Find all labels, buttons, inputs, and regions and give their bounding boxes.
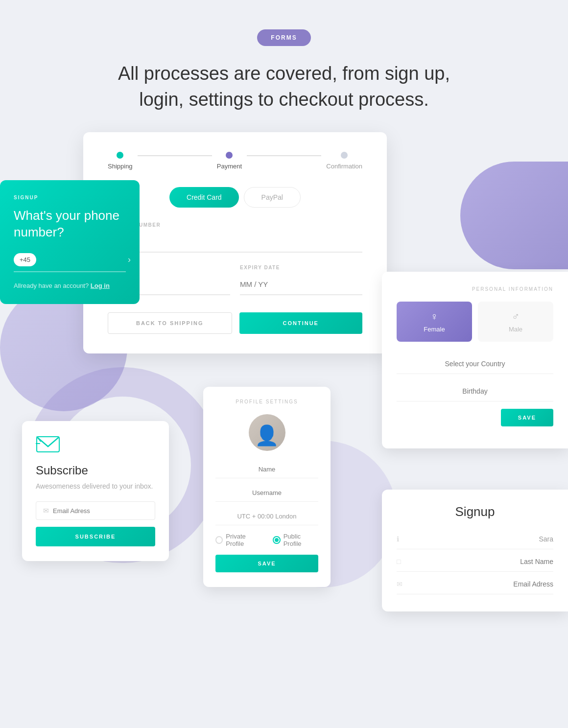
public-profile-option[interactable]: Public Profile [273,533,318,547]
checkout-action-buttons: BACK TO SHIPPING CONTINUE [108,312,362,334]
step-dot-shipping [117,152,123,159]
header-title: All processes are covered, from sign up,… [10,61,558,113]
subscribe-email-input[interactable] [53,507,148,515]
arrow-right-icon: › [128,255,131,265]
signup-section-label: SIGNUP [14,195,126,200]
step-label-payment: Payment [217,163,242,170]
tab-paypal[interactable]: PayPal [244,187,301,208]
profile-visibility-row: Private Profile Public Profile [215,533,318,547]
step-dot-payment [226,152,233,159]
purple-decoration-right [460,162,568,269]
phone-input-row: +45 › [14,253,126,272]
male-icon: ♂ [484,310,547,323]
male-label: Male [484,326,547,333]
signup-email-input[interactable] [411,580,553,588]
step-confirmation: Confirmation [326,152,362,170]
subscribe-icon [36,436,155,456]
avatar-image: 👤 [255,425,279,445]
expiry-label: EXPIRY DATE [240,265,362,270]
mail-icon: ✉ [397,580,405,588]
user-icon: □ [397,558,405,565]
continue-button[interactable]: CONTINUE [239,312,363,334]
expiry-group: EXPIRY DATE [240,265,362,307]
signup-firstname-input[interactable] [411,535,553,543]
profile-username-input[interactable] [215,484,318,502]
email-icon: ✉ [43,507,49,515]
personal-info-card: PERSONAL INFORMATION ♀ Female ♂ Male SAV… [382,272,568,448]
save-personal-button[interactable]: SAVE [501,409,553,426]
email-input-row: ✉ [36,501,155,520]
profile-settings-label: PROFILE SETTINGS [215,399,318,404]
signup-bottom-title: Signup [397,504,553,519]
forms-badge: FORMS [257,29,310,46]
private-profile-radio[interactable] [215,536,223,544]
subscribe-card: Subscribe Awesomeness delivered to your … [22,421,169,561]
save-profile-button[interactable]: SAVE [215,555,318,572]
card-number-group: IT CARD NUMBER [108,222,362,265]
private-profile-option[interactable]: Private Profile [215,533,263,547]
step-payment: Payment [217,152,242,170]
subscribe-description: Awesomeness delivered to your inbox. [36,481,155,492]
avatar: 👤 [249,414,285,451]
signup-email-row: ✉ [397,574,553,594]
card-details-row: ODE EXPIRY DATE [108,265,362,307]
gender-male-option[interactable]: ♂ Male [478,302,553,342]
signup-phone-title: What's your phone number? [14,208,126,241]
female-icon: ♀ [402,310,466,323]
profile-name-input[interactable] [215,461,318,478]
step-label-shipping: Shipping [108,163,133,170]
back-to-shipping-button[interactable]: BACK TO SHIPPING [108,312,232,334]
checkout-steps: Shipping Payment Confirmation [108,152,362,170]
personal-info-label: PERSONAL INFORMATION [397,286,553,292]
avatar-container: 👤 [215,414,318,451]
signup-lastname-input[interactable] [411,558,553,565]
subscribe-title: Subscribe [36,464,155,477]
birthday-input[interactable] [397,381,553,401]
gender-female-option[interactable]: ♀ Female [397,302,472,342]
payment-tabs: Credit Card PayPal [108,187,362,208]
step-shipping: Shipping [108,152,133,170]
login-link[interactable]: Log in [91,282,110,289]
profile-settings-card: PROFILE SETTINGS 👤 UTC + 00:00 LondonUTC… [203,387,331,587]
country-code[interactable]: +45 [14,253,36,266]
page-header: FORMS All processes are covered, from si… [0,0,568,132]
signup-bottom-card: Signup ℹ □ ✉ [382,490,568,611]
step-line-1 [138,155,212,156]
card-number-label: IT CARD NUMBER [108,222,362,228]
already-account-text: Allready have an account? Log in [14,282,126,289]
gender-selection-row: ♀ Female ♂ Male [397,302,553,342]
timezone-select[interactable]: UTC + 00:00 LondonUTC + 01:00 ParisUTC +… [215,508,318,525]
info-icon: ℹ [397,535,405,543]
phone-number-input[interactable] [42,256,128,263]
step-label-confirmation: Confirmation [326,163,362,170]
country-select-input[interactable] [397,354,553,374]
signup-firstname-row: ℹ [397,529,553,549]
female-label: Female [402,326,466,333]
signup-phone-card: SIGNUP What's your phone number? +45 › A… [0,180,140,304]
public-profile-radio[interactable] [273,536,280,544]
tab-credit-card[interactable]: Credit Card [169,187,239,208]
step-line-2 [247,155,321,156]
signup-lastname-row: □ [397,552,553,572]
expiry-input[interactable] [240,274,362,295]
subscribe-button[interactable]: SUBSCRIBE [36,527,155,546]
card-number-input[interactable] [108,232,362,253]
step-dot-confirmation [341,152,348,159]
